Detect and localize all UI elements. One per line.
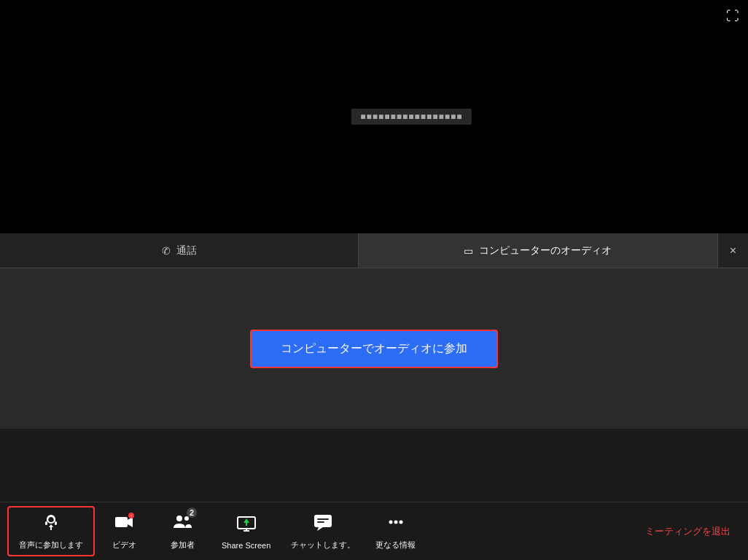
svg-marker-16 bbox=[317, 527, 323, 531]
leave-meeting-button[interactable]: ミーティングを退出 bbox=[635, 521, 741, 542]
participant-count: 2 bbox=[187, 508, 197, 518]
tab-close-button[interactable]: × bbox=[718, 233, 748, 268]
join-computer-audio-button[interactable]: コンピューターでオーディオに参加 bbox=[250, 330, 498, 368]
audio-label: 音声に参加します bbox=[19, 540, 83, 551]
monitor-icon: ▭ bbox=[464, 245, 473, 257]
tab-phone-label: 通話 bbox=[176, 244, 197, 257]
svg-rect-17 bbox=[317, 518, 329, 520]
svg-point-20 bbox=[394, 521, 397, 524]
svg-marker-14 bbox=[244, 518, 249, 526]
more-label: 更なる情報 bbox=[375, 540, 416, 551]
more-button[interactable]: 更なる情報 bbox=[365, 508, 426, 555]
audio-dialog: ✆ 通話 ▭ コンピューターのオーディオ × コンピューターでオーディオに参加 bbox=[0, 233, 748, 429]
watermark: ■■■■■■■■■■■■■■■■■ bbox=[351, 109, 471, 125]
svg-point-9 bbox=[176, 516, 182, 521]
chat-button[interactable]: チャットします。 bbox=[281, 508, 365, 555]
chat-icon bbox=[313, 512, 333, 537]
svg-rect-5 bbox=[115, 517, 128, 527]
svg-rect-2 bbox=[55, 521, 57, 525]
svg-point-19 bbox=[389, 521, 392, 524]
toolbar: 音声に参加します ! ビデオ 2 参加者 bbox=[0, 502, 748, 560]
video-area: ⛶ ■■■■■■■■■■■■■■■■■ bbox=[0, 0, 748, 233]
svg-point-10 bbox=[184, 516, 189, 521]
chat-label: チャットします。 bbox=[291, 540, 355, 551]
participants-button[interactable]: 2 参加者 bbox=[153, 508, 211, 555]
participants-icon: 2 bbox=[172, 512, 192, 537]
dialog-content: コンピューターでオーディオに参加 bbox=[0, 268, 748, 429]
svg-rect-18 bbox=[317, 521, 324, 523]
tab-bar: ✆ 通話 ▭ コンピューターのオーディオ × bbox=[0, 233, 748, 268]
more-icon bbox=[386, 512, 406, 537]
tab-computer-audio[interactable]: ▭ コンピューターのオーディオ bbox=[359, 233, 717, 268]
share-screen-icon bbox=[236, 513, 257, 538]
share-screen-label: Share Screen bbox=[222, 541, 270, 550]
svg-rect-4 bbox=[50, 527, 52, 530]
video-label: ビデオ bbox=[112, 540, 136, 551]
video-icon: ! bbox=[114, 512, 134, 537]
expand-icon[interactable]: ⛶ bbox=[726, 9, 739, 24]
video-button[interactable]: ! ビデオ bbox=[95, 508, 153, 555]
share-screen-button[interactable]: Share Screen bbox=[211, 509, 281, 554]
tab-computer-label: コンピューターのオーディオ bbox=[479, 244, 612, 257]
tab-phone[interactable]: ✆ 通話 bbox=[0, 233, 359, 268]
svg-marker-6 bbox=[128, 517, 133, 527]
svg-marker-3 bbox=[49, 524, 53, 527]
participants-label: 参加者 bbox=[171, 540, 195, 551]
audio-button[interactable]: 音声に参加します bbox=[7, 506, 95, 556]
svg-rect-1 bbox=[45, 521, 47, 525]
phone-icon: ✆ bbox=[162, 245, 171, 257]
svg-rect-15 bbox=[314, 515, 332, 527]
svg-point-21 bbox=[399, 521, 402, 524]
audio-icon bbox=[41, 512, 61, 537]
